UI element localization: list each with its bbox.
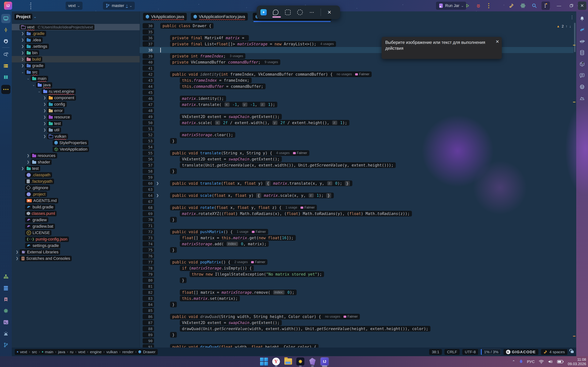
- commit-tool-icon[interactable]: [1, 25, 10, 34]
- line-number[interactable]: 30: [143, 23, 154, 28]
- code-line-78[interactable]: 78if (matrixStorage.isEmpty()) {: [140, 265, 576, 271]
- code-text[interactable]: this.matrix.set(matrix);: [180, 296, 240, 301]
- line-number[interactable]: 42: [143, 72, 154, 77]
- minimize-button[interactable]: —: [555, 1, 563, 10]
- chevron-right-icon[interactable]: ❯: [42, 109, 47, 113]
- chevron-right-icon[interactable]: ❯: [20, 38, 25, 42]
- tree-item-agents-md[interactable]: M↓AGENTS.md: [12, 197, 140, 204]
- tree-item-src[interactable]: ⌄src: [12, 69, 140, 75]
- line-number[interactable]: 69: [143, 211, 154, 216]
- code-text[interactable]: public void translate(float x, float y) …: [170, 181, 352, 186]
- code-text[interactable]: private int frameIndex;3 usages: [170, 53, 245, 59]
- fold-arrow-icon[interactable]: ❯: [156, 193, 160, 197]
- wifi-icon[interactable]: [539, 360, 544, 364]
- tree-item-scratches-and-consoles[interactable]: ❯Scratches and Consoles: [12, 255, 140, 262]
- line-number[interactable]: 47: [143, 102, 154, 107]
- code-text[interactable]: public void scale(float x, float y) { ma…: [170, 192, 334, 198]
- project-panel-header[interactable]: Project ⌄: [14, 14, 36, 20]
- code-text[interactable]: VkExtent2D extent = swapChain.getExtent(…: [180, 114, 282, 119]
- line-number[interactable]: 74: [143, 241, 154, 247]
- smart-capture-tool-icon[interactable]: ✦: [260, 9, 267, 16]
- usages-hint[interactable]: 4 usages: [320, 42, 334, 46]
- clock-widget[interactable]: 11:08 09.03.2026: [568, 357, 586, 366]
- cpu-memory-widget[interactable]: 1% / 3%: [481, 349, 501, 355]
- code-line-82[interactable]: 82float[] matrix = matrixStorage.remove(…: [140, 289, 576, 295]
- tree-item-shader[interactable]: ❯shader: [12, 159, 140, 165]
- author-hint[interactable]: Falmer: [252, 230, 266, 234]
- run-configuration[interactable]: Run Jar ⌄: [436, 2, 466, 10]
- code-line-86[interactable]: 86public void drawQuad(String width, Str…: [140, 314, 576, 320]
- code-line-71[interactable]: 71: [140, 223, 576, 229]
- close-button[interactable]: ✕: [578, 1, 586, 10]
- chevron-right-icon[interactable]: ❯: [20, 51, 25, 55]
- code-line-46[interactable]: 46matrix.identity();: [140, 95, 576, 101]
- breadcrumb-item-main[interactable]: main: [45, 350, 53, 354]
- line-number[interactable]: 48: [143, 108, 154, 113]
- line-number[interactable]: 58: [143, 168, 154, 174]
- documentation-tool-icon[interactable]: [1, 73, 10, 82]
- code-text[interactable]: public void popMatrix() {2 usagesFalmer: [170, 259, 268, 265]
- code-line-45[interactable]: 45: [140, 89, 576, 95]
- line-number[interactable]: 55: [143, 150, 154, 156]
- usages-hint[interactable]: 1 usage: [237, 230, 249, 234]
- chevron-right-icon[interactable]: ❯: [20, 32, 25, 35]
- settings-sync-tool-icon[interactable]: [1, 306, 10, 315]
- line-number[interactable]: 60: [143, 181, 154, 186]
- project-selector[interactable]: vext ⌄: [66, 2, 83, 10]
- code-line-91[interactable]: 91public void drawQuad(float width, floa…: [140, 344, 576, 348]
- docker-tool-icon[interactable]: [578, 37, 587, 46]
- line-number[interactable]: 46: [143, 96, 154, 101]
- line-number[interactable]: 84: [143, 302, 154, 307]
- code-text[interactable]: translate(Unit.getScreenValue(x, extent.…: [180, 162, 396, 168]
- tree-item-settings-gradle[interactable]: settings.gradle: [12, 242, 140, 249]
- line-number[interactable]: 54: [143, 144, 154, 150]
- tree-item-build-gradle[interactable]: build.gradle: [12, 204, 140, 210]
- tree-item-main[interactable]: ⌄main: [12, 75, 140, 82]
- encoding-widget[interactable]: UTF-8: [462, 349, 478, 355]
- line-number[interactable]: 70: [143, 217, 154, 222]
- code-text[interactable]: matrix.translate( x: -1, y: -1, z: 1);: [180, 102, 277, 107]
- tree-item-test[interactable]: ❯test: [12, 120, 140, 127]
- code-line-58[interactable]: 58}: [140, 168, 576, 174]
- code-text[interactable]: }: [170, 217, 177, 223]
- ai-chat-tool-icon[interactable]: [578, 71, 587, 80]
- code-text[interactable]: private final Matrix4f matrix =: [170, 35, 249, 41]
- keyboard-layout[interactable]: РУС: [527, 359, 535, 364]
- restore-button[interactable]: [567, 1, 576, 10]
- line-number[interactable]: 56: [143, 156, 154, 162]
- line-number[interactable]: 43: [143, 78, 154, 83]
- more-tools-icon[interactable]: ⋯: [308, 9, 316, 16]
- line-number[interactable]: 35: [143, 29, 154, 34]
- code-text[interactable]: public void identity(int frameIndex, VkC…: [170, 71, 372, 77]
- author-hint[interactable]: Falmer: [355, 72, 369, 76]
- github-tool-icon[interactable]: [1, 37, 10, 46]
- run-button[interactable]: [463, 1, 472, 10]
- code-line-88[interactable]: 88drawQuad(Unit.getScreenValue(width, ex…: [140, 326, 576, 332]
- next-problem-icon[interactable]: ↓: [569, 24, 571, 28]
- code-line-54[interactable]: 54: [140, 144, 576, 150]
- globe-tool-icon[interactable]: [578, 82, 587, 92]
- tree-item-build[interactable]: ❯build: [12, 56, 140, 62]
- run-more-options-icon[interactable]: [484, 1, 493, 10]
- chevron-right-icon[interactable]: ❯: [42, 96, 47, 100]
- main-menu-icon[interactable]: [29, 3, 32, 9]
- chevron-right-icon[interactable]: ❯: [20, 167, 25, 170]
- line-number[interactable]: 39: [143, 53, 154, 59]
- line-number[interactable]: 45: [143, 90, 154, 95]
- tab-options-icon[interactable]: ⋮: [570, 15, 574, 20]
- author-hint[interactable]: Falmer: [293, 151, 307, 155]
- code-text[interactable]: throw new IllegalStateException("No matr…: [190, 271, 324, 277]
- line-number[interactable]: 76: [143, 253, 154, 259]
- code-text[interactable]: float[] matrix = matrixStorage.remove( i…: [180, 290, 297, 295]
- code-line-87[interactable]: 87VkExtent2D extent = swapChain.getExten…: [140, 320, 576, 326]
- code-line-75[interactable]: 75}: [140, 247, 576, 253]
- line-number[interactable]: 59: [143, 175, 154, 180]
- code-line-60[interactable]: 60❯public void translate(float x, float …: [140, 180, 576, 186]
- code-line-74[interactable]: 74matrixStorage.add( index: 0, matrix);: [140, 241, 576, 247]
- code-text[interactable]: drawQuad(Unit.getScreenValue(width, exte…: [180, 326, 431, 332]
- code-line-51[interactable]: 51: [140, 126, 576, 132]
- code-text[interactable]: }: [170, 302, 177, 307]
- editor-scrollbar[interactable]: [574, 23, 576, 346]
- code-line-80[interactable]: 80}: [140, 277, 576, 283]
- breadcrumb-item-src[interactable]: src: [32, 350, 37, 354]
